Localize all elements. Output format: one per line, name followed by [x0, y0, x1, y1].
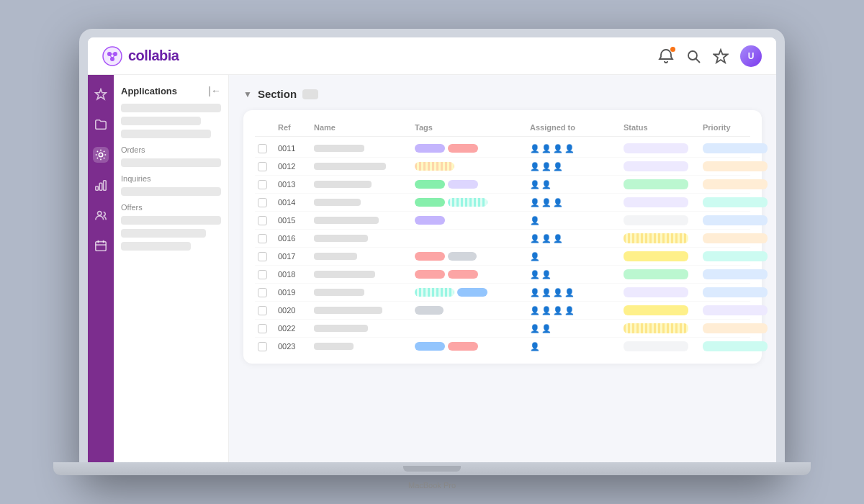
row-priority [703, 269, 776, 279]
priority-pill [703, 215, 768, 225]
row-status [624, 287, 703, 297]
row-checkbox[interactable] [258, 252, 267, 261]
svg-rect-13 [99, 183, 102, 190]
tag-pill [457, 288, 487, 297]
content-area: ▼ Section Ref Name Tags Assigned to Stat… [229, 75, 776, 462]
laptop-label-text: MacBook Pro [408, 481, 456, 490]
tag-pill [415, 270, 445, 279]
sidebar-placeholder-6 [121, 216, 221, 225]
row-tags [415, 216, 530, 225]
svg-point-7 [688, 51, 697, 60]
priority-pill [703, 161, 768, 171]
brand-name: collabia [128, 48, 179, 64]
row-name [314, 181, 415, 188]
row-assigned: 👤👤👤 [530, 162, 624, 171]
row-checkbox[interactable] [258, 234, 267, 243]
search-icon[interactable] [685, 48, 701, 64]
row-status [624, 323, 703, 333]
status-pill [624, 197, 688, 207]
sidebar-placeholder-7 [121, 229, 206, 238]
status-pill [624, 251, 688, 261]
tag-pill [415, 306, 444, 315]
app: collabia [88, 37, 776, 462]
row-name [314, 271, 415, 278]
row-status [624, 197, 703, 207]
row-assigned: 👤👤👤👤 [530, 144, 624, 153]
row-checkbox[interactable] [258, 270, 267, 279]
row-name [314, 307, 415, 314]
status-pill [624, 233, 688, 243]
row-tags [415, 306, 530, 315]
table-row: 0020👤👤👤👤 [255, 302, 750, 320]
row-status [624, 161, 703, 171]
sidebar-item-calendar[interactable] [93, 238, 109, 253]
row-checkbox[interactable] [258, 324, 267, 333]
main-area: Applications |← Orders Inquiries Offers [88, 75, 776, 462]
row-checkbox[interactable] [258, 306, 267, 315]
status-pill [624, 215, 688, 225]
row-name [314, 325, 415, 332]
section-title: Section [258, 88, 297, 100]
row-priority [703, 305, 776, 315]
tag-pill [415, 144, 445, 153]
status-pill [624, 341, 688, 351]
topbar-icons: U [658, 45, 762, 67]
table-row: 0015👤 [255, 212, 750, 230]
row-checkbox[interactable] [258, 162, 267, 171]
logo-area: collabia [102, 46, 179, 66]
star-icon[interactable] [713, 48, 729, 64]
row-status [624, 179, 703, 189]
sidebar-item-users[interactable] [93, 207, 109, 223]
row-ref: 0019 [278, 288, 314, 297]
sidebar-item-settings[interactable] [93, 147, 109, 163]
row-checkbox[interactable] [258, 216, 267, 225]
secondary-sidebar-header: Applications |← [121, 85, 221, 96]
row-checkbox[interactable] [258, 144, 267, 153]
status-pill [624, 161, 688, 171]
row-priority [703, 143, 776, 153]
collapse-button[interactable]: |← [208, 85, 221, 96]
table-row: 0017👤 [255, 248, 750, 266]
th-priority: Priority [703, 123, 776, 132]
svg-line-8 [696, 58, 701, 63]
row-checkbox[interactable] [258, 180, 267, 189]
sidebar-item-star[interactable] [93, 86, 109, 102]
row-ref: 0012 [278, 162, 314, 171]
row-priority [703, 233, 776, 243]
sidebar-item-folder[interactable] [93, 117, 109, 132]
row-ref: 0020 [278, 306, 314, 315]
status-pill [624, 323, 688, 333]
secondary-sidebar: Applications |← Orders Inquiries Offers [114, 75, 229, 462]
row-tags [415, 144, 530, 153]
row-name [314, 235, 415, 242]
avatar[interactable]: U [740, 45, 762, 67]
table-container: Ref Name Tags Assigned to Status Priorit… [243, 110, 762, 364]
section-badge [302, 89, 318, 99]
sidebar [88, 75, 114, 462]
tag-pill [448, 198, 487, 207]
row-checkbox[interactable] [258, 198, 267, 207]
section-chevron-icon[interactable]: ▼ [243, 89, 252, 99]
notification-icon[interactable] [658, 48, 674, 64]
row-assigned: 👤👤 [530, 270, 624, 279]
sidebar-item-chart[interactable] [93, 177, 109, 193]
row-ref: 0011 [278, 144, 314, 153]
tag-pill [415, 216, 445, 225]
row-name [314, 145, 415, 152]
status-pill [624, 287, 688, 297]
sidebar-placeholder-3 [121, 130, 211, 138]
topbar: collabia [88, 37, 776, 75]
offers-label: Offers [121, 203, 221, 212]
laptop-frame: collabia [79, 29, 785, 475]
row-tags [415, 288, 530, 297]
priority-pill [703, 269, 768, 279]
row-checkbox[interactable] [258, 342, 267, 351]
row-assigned: 👤 [530, 342, 624, 351]
row-tags [415, 270, 530, 279]
laptop-base [53, 462, 811, 475]
row-assigned: 👤👤👤 [530, 234, 624, 243]
row-ref: 0022 [278, 324, 314, 333]
tag-pill [415, 342, 445, 351]
row-checkbox[interactable] [258, 288, 267, 297]
tag-pill [415, 180, 445, 189]
